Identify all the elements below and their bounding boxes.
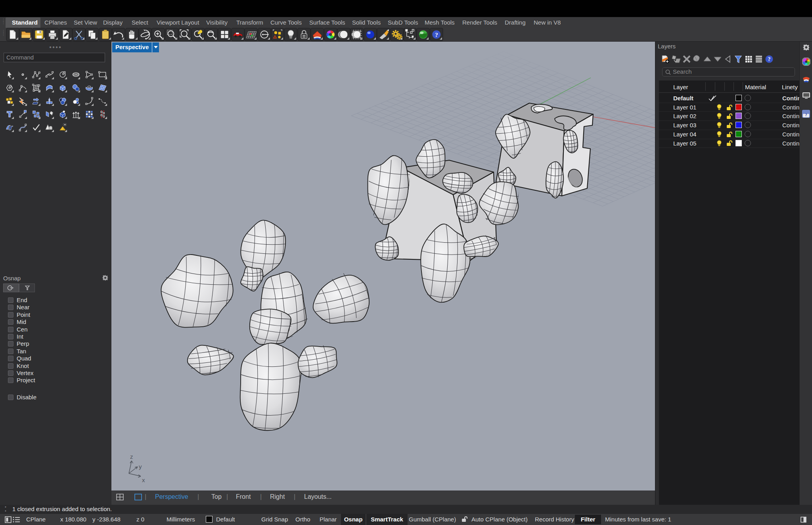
svg-text:y: y — [139, 463, 142, 470]
svg-text:?: ? — [435, 31, 438, 38]
svg-text:z: z — [130, 453, 133, 460]
svg-text:?: ? — [768, 56, 771, 62]
svg-text:x: x — [142, 477, 145, 483]
svg-text:?: ? — [805, 112, 807, 117]
